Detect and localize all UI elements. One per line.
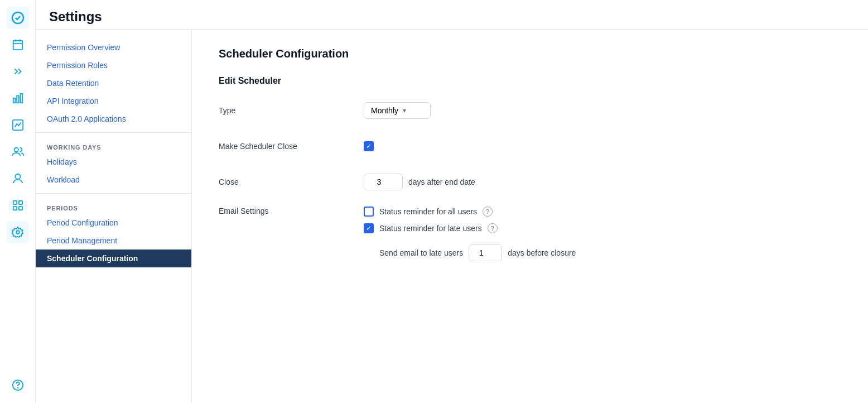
email-late-users-checkbox[interactable]: ✓ [364, 223, 374, 233]
svg-rect-14 [18, 207, 22, 210]
close-label: Close [219, 177, 364, 186]
nav-permission-overview[interactable]: Permission Overview [36, 39, 191, 56]
help-late-users-icon[interactable]: ? [488, 223, 498, 233]
nav-holidays[interactable]: Holidays [36, 153, 191, 171]
content-row: Permission Overview Permission Roles Dat… [36, 30, 868, 403]
periods-header: PERIODS [36, 198, 191, 214]
email-all-users-label: Status reminder for all users [379, 207, 477, 216]
nav-data-retention[interactable]: Data Retention [36, 74, 191, 92]
svg-rect-1 [13, 41, 22, 50]
svg-point-9 [14, 148, 18, 152]
nav-period-configuration[interactable]: Period Configuration [36, 214, 191, 232]
close-input[interactable] [364, 174, 403, 190]
email-settings-row: Email Settings ✓ Status reminder for all… [219, 207, 841, 261]
make-scheduler-close-row: Make Scheduler Close ✓ [219, 135, 841, 157]
type-dropdown-value: Monthly [371, 106, 398, 115]
user-icon[interactable] [7, 167, 29, 190]
type-label: Type [219, 106, 364, 115]
type-dropdown[interactable]: Monthly ▾ [364, 102, 431, 119]
checkmark-icon: ✓ [366, 225, 372, 232]
chevrons-icon[interactable] [7, 60, 29, 83]
left-nav: Permission Overview Permission Roles Dat… [36, 30, 192, 403]
divider-2 [36, 193, 191, 194]
close-control: days after end date [364, 174, 475, 190]
main-content: Scheduler Configuration Edit Scheduler T… [192, 30, 868, 403]
page-header: Settings [36, 0, 868, 30]
users-icon[interactable] [7, 141, 29, 163]
divider-1 [36, 132, 191, 133]
svg-rect-6 [17, 95, 19, 103]
email-late-users-label: Status reminder for late users [379, 224, 482, 233]
make-scheduler-close-label: Make Scheduler Close [219, 142, 364, 151]
svg-rect-12 [18, 201, 22, 204]
working-days-header: WORKING DAYS [36, 137, 191, 153]
page-title: Settings [49, 9, 855, 25]
check-circle-icon[interactable] [7, 7, 29, 29]
nav-permission-roles[interactable]: Permission Roles [36, 56, 191, 74]
send-email-label: Send email to late users [379, 248, 463, 257]
help-all-users-icon[interactable]: ? [483, 207, 493, 217]
email-late-users-row: ✓ Status reminder for late users ? [364, 223, 498, 233]
settings-gear-icon[interactable] [7, 221, 29, 243]
close-suffix: days after end date [408, 177, 475, 186]
nav-period-management[interactable]: Period Management [36, 232, 191, 250]
make-scheduler-close-checkbox[interactable]: ✓ [364, 141, 374, 151]
type-row: Type Monthly ▾ [219, 99, 841, 122]
type-control: Monthly ▾ [364, 102, 431, 119]
calendar-icon[interactable] [7, 33, 29, 56]
svg-point-10 [15, 174, 20, 179]
make-scheduler-close-control: ✓ [364, 141, 374, 151]
svg-point-17 [17, 387, 18, 388]
grid-icon[interactable] [7, 194, 29, 217]
email-settings-label: Email Settings [219, 207, 364, 215]
nav-oauth[interactable]: OAuth 2.0 Applications [36, 110, 191, 128]
email-settings-control: ✓ Status reminder for all users ? ✓ Stat… [364, 207, 576, 261]
main-area: Settings Permission Overview Permission … [36, 0, 868, 403]
icon-sidebar [0, 0, 36, 403]
email-all-users-checkbox[interactable]: ✓ [364, 207, 374, 217]
svg-rect-7 [20, 94, 22, 103]
email-all-users-row: ✓ Status reminder for all users ? [364, 207, 493, 217]
send-email-input[interactable] [469, 244, 502, 261]
checkmark-icon: ✓ [366, 143, 372, 150]
svg-point-15 [16, 231, 20, 234]
content-page-title: Scheduler Configuration [219, 47, 841, 60]
send-email-row: Send email to late users days before clo… [379, 244, 576, 261]
analytics-icon[interactable] [7, 114, 29, 136]
close-row: Close days after end date [219, 171, 841, 193]
svg-rect-5 [13, 98, 15, 103]
chevron-down-icon: ▾ [403, 107, 423, 114]
nav-scheduler-configuration[interactable]: Scheduler Configuration [36, 250, 191, 267]
nav-workload[interactable]: Workload [36, 171, 191, 189]
bar-chart-icon[interactable] [7, 87, 29, 109]
nav-api-integration[interactable]: API Integration [36, 92, 191, 110]
section-title: Edit Scheduler [219, 76, 841, 86]
svg-rect-13 [13, 207, 16, 210]
svg-rect-11 [13, 201, 16, 204]
help-icon[interactable] [7, 374, 29, 396]
send-email-suffix: days before closure [508, 248, 576, 257]
